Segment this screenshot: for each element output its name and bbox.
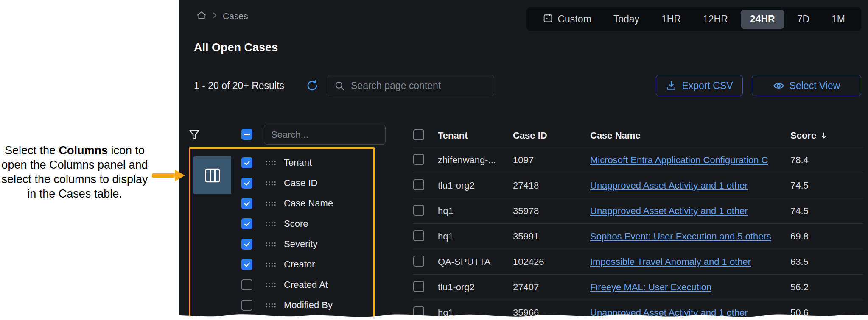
annotation-arrow <box>152 170 185 181</box>
table-select-all-checkbox[interactable] <box>413 129 424 140</box>
column-label: Tenant <box>284 157 312 168</box>
annotation-text-bold: Columns <box>59 144 108 157</box>
time-range-12hr[interactable]: 12HR <box>694 10 737 29</box>
score-header-label: Score <box>790 130 816 141</box>
time-range-1m-label: 1M <box>832 14 845 25</box>
case-name-link[interactable]: Fireeye MAL: User Execution <box>590 282 711 293</box>
indeterminate-dash <box>244 134 250 135</box>
select-all-columns-checkbox[interactable] <box>241 129 252 140</box>
column-toggle-case-id[interactable]: Case ID <box>241 173 373 193</box>
filter-icon[interactable] <box>188 128 201 141</box>
case-id: 27407 <box>513 282 590 293</box>
column-header-tenant[interactable]: Tenant <box>438 130 513 141</box>
case-row: tlu1-org2 27418 Unapproved Asset Activit… <box>413 173 863 198</box>
time-range-7d[interactable]: 7D <box>788 10 819 29</box>
case-score: 63.5 <box>790 256 863 267</box>
time-range-24hr-label: 24HR <box>750 14 775 25</box>
drag-handle-icon[interactable] <box>265 201 276 206</box>
time-range-today-label: Today <box>613 14 639 25</box>
arrow-shaft <box>152 173 175 178</box>
case-id: 27418 <box>513 180 590 191</box>
export-csv-label: Export CSV <box>682 80 733 92</box>
row-checkbox[interactable] <box>413 179 424 190</box>
case-id: 1097 <box>513 155 590 166</box>
time-range-1hr[interactable]: 1HR <box>652 10 690 29</box>
columns-search <box>264 125 386 145</box>
table-header-row: Tenant Case ID Case Name Score <box>413 124 863 147</box>
checkbox[interactable] <box>241 279 252 290</box>
eye-icon <box>773 80 784 92</box>
column-label: Case ID <box>284 178 317 189</box>
drag-handle-icon[interactable] <box>265 262 276 267</box>
checkbox[interactable] <box>241 259 252 270</box>
column-toggle-case-name[interactable]: Case Name <box>241 193 373 214</box>
column-label: Case Name <box>284 198 333 209</box>
drag-handle-icon[interactable] <box>265 242 276 247</box>
case-name-link[interactable]: Sophos Event: User Execution and 5 other… <box>590 231 771 242</box>
column-toggle-creator[interactable]: Creator <box>241 254 373 275</box>
time-range-custom-label: Custom <box>557 14 591 25</box>
column-header-case-id[interactable]: Case ID <box>513 130 590 141</box>
time-range-selector: Custom Today 1HR 12HR 24HR 7D 1M <box>526 7 861 31</box>
calendar-icon <box>543 13 553 26</box>
case-score: 56.2 <box>790 282 863 293</box>
drag-handle-icon[interactable] <box>265 181 276 186</box>
columns-list: Tenant Case ID Case Name Score Severity … <box>241 153 373 315</box>
checkbox[interactable] <box>241 239 252 250</box>
download-icon <box>666 80 677 91</box>
app-panel: Cases Custom Today 1HR 12HR 24HR 7D 1M A… <box>179 0 868 320</box>
search-input[interactable] <box>328 75 494 96</box>
results-count: 1 - 20 of 20+ Results <box>194 75 284 96</box>
case-name-link[interactable]: Unapproved Asset Activity and 1 other <box>590 206 748 217</box>
row-checkbox[interactable] <box>413 230 424 241</box>
case-row: zhifenwang-... 1097 Microsoft Entra Appl… <box>413 147 863 173</box>
arrow-head <box>175 170 185 181</box>
cases-table: Tenant Case ID Case Name Score zhifenwan… <box>413 124 863 320</box>
checkbox[interactable] <box>241 157 252 168</box>
column-toggle-tenant[interactable]: Tenant <box>241 153 373 173</box>
export-csv-button[interactable]: Export CSV <box>656 75 743 96</box>
case-score: 69.8 <box>790 231 863 242</box>
column-label: Creator <box>284 259 315 270</box>
time-range-today[interactable]: Today <box>604 10 649 29</box>
checkbox[interactable] <box>241 198 252 209</box>
time-range-24hr[interactable]: 24HR <box>741 10 784 29</box>
column-toggle-severity[interactable]: Severity <box>241 234 373 254</box>
drag-handle-icon[interactable] <box>265 303 276 308</box>
refresh-icon[interactable] <box>306 79 319 92</box>
column-header-score[interactable]: Score <box>790 130 863 141</box>
case-name-link[interactable]: Unapproved Asset Activity and 1 other <box>590 180 748 191</box>
case-tenant: QA-SPUTTA <box>438 256 513 267</box>
column-toggle-score[interactable]: Score <box>241 214 373 234</box>
time-range-custom[interactable]: Custom <box>533 9 600 30</box>
column-toggle-created-at[interactable]: Created At <box>241 275 373 295</box>
row-checkbox[interactable] <box>413 154 424 165</box>
checkbox[interactable] <box>241 218 252 229</box>
case-score: 78.4 <box>790 155 863 166</box>
drag-handle-icon[interactable] <box>265 282 276 288</box>
case-name-link[interactable]: Microsoft Entra Application Configuratio… <box>590 155 768 166</box>
drag-handle-icon[interactable] <box>265 160 276 166</box>
case-id: 102426 <box>513 256 590 267</box>
select-view-button[interactable]: Select View <box>752 75 861 96</box>
page-title: All Open Cases <box>194 41 278 54</box>
case-tenant: zhifenwang-... <box>438 155 513 166</box>
case-name-link[interactable]: Impossible Travel Anomaly and 1 other <box>590 256 751 267</box>
time-range-1m[interactable]: 1M <box>822 10 854 29</box>
drag-handle-icon[interactable] <box>265 221 276 227</box>
column-label: Score <box>284 218 308 229</box>
columns-search-input[interactable] <box>264 125 385 144</box>
case-id: 35978 <box>513 206 590 217</box>
checkbox[interactable] <box>241 178 252 189</box>
case-tenant: tlu1-org2 <box>438 180 513 191</box>
breadcrumb-cases[interactable]: Cases <box>223 11 248 21</box>
columns-button[interactable] <box>193 156 231 194</box>
home-icon[interactable] <box>196 10 207 22</box>
row-checkbox[interactable] <box>413 256 424 267</box>
checkbox[interactable] <box>241 300 252 311</box>
row-checkbox[interactable] <box>413 205 424 216</box>
row-checkbox[interactable] <box>413 281 424 292</box>
torn-edge-decoration <box>0 312 868 320</box>
case-tenant: tlu1-org2 <box>438 282 513 293</box>
column-header-case-name[interactable]: Case Name <box>590 130 790 141</box>
